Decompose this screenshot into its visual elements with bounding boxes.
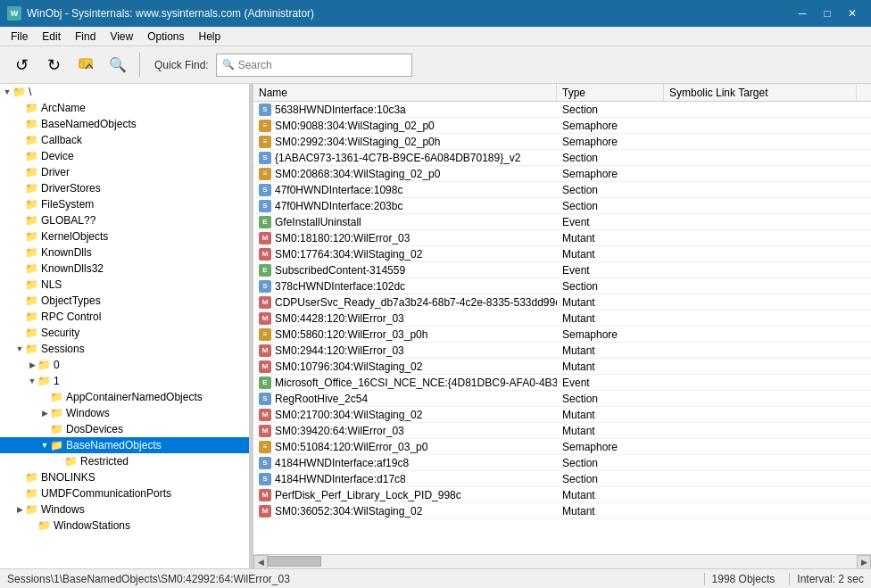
menu-bar: File Edit Find View Options Help — [0, 27, 871, 46]
h-scroll-track[interactable] — [268, 555, 857, 568]
minimize-button[interactable]: ─ — [791, 4, 814, 22]
list-item[interactable]: MCDPUserSvc_Ready_db7a3b24-68b7-4c2e-833… — [253, 294, 871, 311]
list-item[interactable]: MSM0:4428:120:WilError_03Mutant — [253, 311, 871, 327]
menu-edit[interactable]: Edit — [35, 27, 68, 46]
folder-icon: 📁 — [25, 262, 38, 275]
tree-item-winstations[interactable]: ▶ 📁 WindowStations — [0, 518, 249, 534]
mutant-icon: M — [259, 296, 271, 309]
list-item[interactable]: MSM0:21700:304:WilStaging_02Mutant — [253, 407, 871, 423]
tree-item-objtypes[interactable]: ▶ 📁 ObjectTypes — [0, 293, 249, 309]
h-scroll-left[interactable]: ◀ — [253, 555, 268, 569]
list-item[interactable]: S4184HWNDInterface:af19c8Section — [253, 455, 871, 471]
tree-item-knowndlls32[interactable]: ▶ 📁 KnownDlls32 — [0, 261, 249, 277]
tree-item-callback[interactable]: ▶ 📁 Callback — [0, 132, 249, 148]
tree-item-security[interactable]: ▶ 📁 Security — [0, 325, 249, 341]
item-symlink — [664, 134, 871, 149]
tree-label-windows-root: Windows — [41, 503, 85, 516]
list-item[interactable]: ESubscribedContent-314559Event — [253, 262, 871, 278]
tree-label-sess1: 1 — [54, 375, 60, 387]
menu-help[interactable]: Help — [192, 27, 228, 46]
section-icon: S — [259, 152, 271, 164]
tree-item-arcname[interactable]: ▶ 📁 ArcName — [0, 100, 249, 116]
maximize-button[interactable]: □ — [816, 4, 839, 22]
list-item[interactable]: ≡SM0:51084:120:WilError_03_p0Semaphore — [253, 439, 871, 455]
list-item[interactable]: MPerfDisk_Perf_Library_Lock_PID_998cMuta… — [253, 487, 871, 503]
tree-item-root[interactable]: ▼ 📁 \ — [0, 84, 249, 100]
tree-item-global[interactable]: ▶ 📁 GLOBAL?? — [0, 212, 249, 228]
tree-item-sessions[interactable]: ▼ 📁 Sessions — [0, 341, 249, 357]
expand-windows-root[interactable]: ▶ — [14, 504, 25, 515]
tree-item-filesystem[interactable]: ▶ 📁 FileSystem — [0, 196, 249, 212]
refresh2-button[interactable]: ↻ — [39, 51, 68, 79]
up-button[interactable] — [71, 51, 100, 79]
tree-item-device[interactable]: ▶ 📁 Device — [0, 148, 249, 164]
search-input[interactable] — [238, 59, 406, 71]
expand-sessions[interactable]: ▼ — [14, 344, 25, 354]
tree-item-rpcctrl[interactable]: ▶ 📁 RPC Control — [0, 309, 249, 325]
expand-windows-sess1[interactable]: ▶ — [39, 408, 50, 418]
list-item[interactable]: MSM0:2944:120:WilError_03Mutant — [253, 343, 871, 359]
mutant-icon: M — [259, 505, 271, 518]
search-icon: 🔍 — [222, 59, 235, 70]
refresh-button[interactable]: ↺ — [7, 51, 36, 79]
list-item[interactable]: S378cHWNDInterface:102dcSection — [253, 278, 871, 294]
list-item[interactable]: S47f0HWNDInterface:1098cSection — [253, 182, 871, 198]
list-item[interactable]: S5638HWNDInterface:10c3aSection — [253, 102, 871, 118]
tree-item-windows-root[interactable]: ▶ 📁 Windows — [0, 501, 249, 518]
tree-item-bnolinks[interactable]: ▶ 📁 BNOLINKS — [0, 469, 249, 485]
list-item[interactable]: ≡SM0:9088:304:WilStaging_02_p0Semaphore — [253, 118, 871, 134]
expand-basenamedobj[interactable]: ▼ — [39, 440, 50, 451]
tree-item-umdfcomm[interactable]: ▶ 📁 UMDFCommunicationPorts — [0, 485, 249, 501]
list-item[interactable]: S4184HWNDInterface:d17c8Section — [253, 471, 871, 487]
list-item[interactable]: ≡SM0:2992:304:WilStaging_02_p0hSemaphore — [253, 134, 871, 150]
expand-sess1[interactable]: ▼ — [27, 376, 37, 386]
h-scroll-right[interactable]: ▶ — [857, 555, 871, 569]
tree-item-restricted[interactable]: ▶ 📁 Restricted — [0, 453, 249, 469]
list-scroll[interactable]: S5638HWNDInterface:10c3aSection≡SM0:9088… — [253, 102, 871, 554]
tree-item-windows-sess1[interactable]: ▶ 📁 Windows — [0, 405, 249, 421]
tree-item-kernelobjs[interactable]: ▶ 📁 KernelObjects — [0, 228, 249, 244]
list-item[interactable]: MSM0:17764:304:WilStaging_02Mutant — [253, 246, 871, 262]
h-scroll-thumb[interactable] — [268, 556, 321, 567]
list-item[interactable]: EMicrosoft_Office_16CSI_NCE_NCE:{4D81DBC… — [253, 375, 871, 391]
header-name[interactable]: Name — [253, 84, 557, 101]
header-type[interactable]: Type — [557, 84, 664, 101]
tree-item-nls[interactable]: ▶ 📁 NLS — [0, 277, 249, 293]
tree-item-knowndlls[interactable]: ▶ 📁 KnownDlls — [0, 244, 249, 261]
menu-file[interactable]: File — [4, 27, 35, 46]
list-item[interactable]: ≡SM0:20868:304:WilStaging_02_p0Semaphore — [253, 166, 871, 182]
menu-options[interactable]: Options — [140, 27, 191, 46]
list-item[interactable]: MSM0:18180:120:WilError_03Mutant — [253, 230, 871, 246]
tree-label-bnolinks: BNOLINKS — [41, 471, 95, 484]
list-item[interactable]: ≡SM0:5860:120:WilError_03_p0hSemaphore — [253, 327, 871, 343]
folder-icon: 📁 — [50, 423, 63, 435]
tree-item-sess0[interactable]: ▶ 📁 0 — [0, 357, 249, 373]
menu-find[interactable]: Find — [68, 27, 103, 46]
find-button[interactable]: 🔍 — [104, 51, 132, 79]
list-item[interactable]: EGfeInstallUninstallEvent — [253, 214, 871, 230]
tree-item-basenamedobj[interactable]: ▼ 📁 BaseNamedObjects — [0, 437, 249, 453]
list-item[interactable]: MSM0:39420:64:WilError_03Mutant — [253, 423, 871, 439]
expand-root[interactable]: ▼ — [2, 87, 12, 97]
list-item[interactable]: MSM0:10796:304:WilStaging_02Mutant — [253, 359, 871, 375]
tree-item-sess1[interactable]: ▼ 📁 1 — [0, 373, 249, 389]
tree-item-dosdevices[interactable]: ▶ 📁 DosDevices — [0, 421, 249, 437]
tree-item-basenamedobj-root[interactable]: ▶ 📁 BaseNamedObjects — [0, 116, 249, 132]
item-symlink — [664, 278, 871, 294]
close-button[interactable]: ✕ — [841, 4, 864, 22]
list-item[interactable]: MSM0:36052:304:WilStaging_02Mutant — [253, 503, 871, 519]
tree-label-bno-root: BaseNamedObjects — [41, 118, 137, 130]
section-icon: S — [259, 473, 271, 485]
tree-item-appcontainer[interactable]: ▶ 📁 AppContainerNamedObjects — [0, 389, 249, 405]
list-item[interactable]: S47f0HWNDInterface:203bcSection — [253, 198, 871, 214]
list-panel: Name Type Symbolic Link Target S5638HWND… — [253, 84, 871, 568]
tree-panel[interactable]: ▼ 📁 \ ▶ 📁 ArcName ▶ 📁 BaseNamedObjects ▶… — [0, 84, 250, 568]
tree-item-driverstores[interactable]: ▶ 📁 DriverStores — [0, 180, 249, 196]
header-symlink[interactable]: Symbolic Link Target — [664, 84, 857, 101]
list-item[interactable]: S{1ABAC973-1361-4C7B-B9CE-6A084DB70189}_… — [253, 150, 871, 166]
expand-sess0[interactable]: ▶ — [27, 360, 37, 370]
list-item[interactable]: SRegRootHive_2c54Section — [253, 391, 871, 407]
tree-item-driver[interactable]: ▶ 📁 Driver — [0, 164, 249, 180]
menu-view[interactable]: View — [103, 27, 140, 46]
item-type: Mutant — [557, 246, 664, 261]
